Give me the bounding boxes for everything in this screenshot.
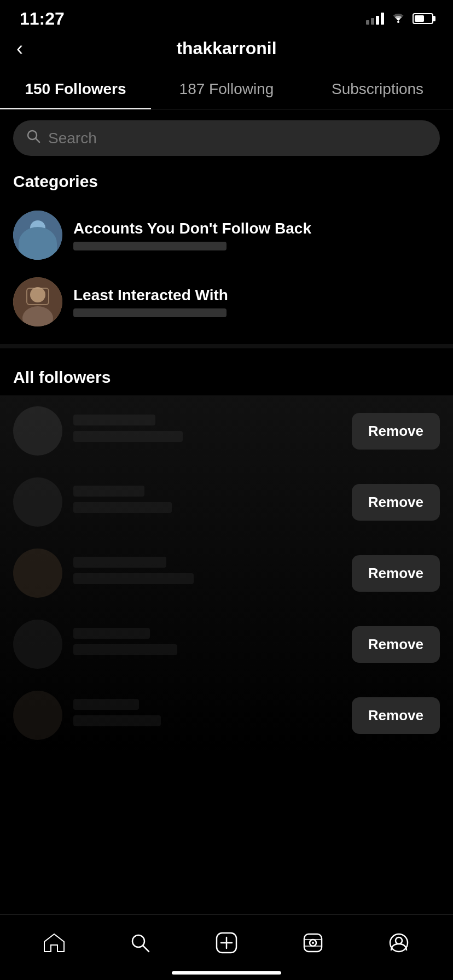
follower-name-bar-4 (73, 628, 150, 639)
follower-item-2: Remove (0, 466, 453, 538)
svg-point-5 (22, 240, 53, 260)
nav-profile[interactable] (356, 933, 442, 953)
all-followers-section: All followers Remove Remove (0, 357, 453, 751)
category-sub-1 (73, 242, 226, 250)
category-name-2: Least Interacted With (73, 287, 440, 304)
follower-info-3 (73, 557, 341, 590)
follower-sub-bar-5 (73, 715, 161, 726)
categories-section: Categories Accounts You Don't Follow Bac… (0, 167, 453, 335)
category-name-1: Accounts You Don't Follow Back (73, 220, 440, 237)
follower-info-5 (73, 699, 341, 732)
page-title: thakkarronil (176, 38, 276, 59)
search-container (0, 109, 453, 167)
follower-info-4 (73, 628, 341, 661)
remove-button-2[interactable]: Remove (352, 484, 440, 521)
follower-item-1: Remove (0, 395, 453, 466)
category-info-1: Accounts You Don't Follow Back (73, 220, 440, 250)
tabs-bar: 150 Followers 187 Following Subscription… (0, 69, 453, 109)
tab-followers[interactable]: 150 Followers (0, 69, 151, 109)
nav-home[interactable] (11, 933, 97, 953)
back-button[interactable]: ‹ (16, 37, 23, 60)
nav-create[interactable] (183, 932, 270, 954)
nav-search[interactable] (97, 933, 184, 953)
search-nav-icon (130, 933, 150, 953)
svg-point-17 (312, 942, 314, 944)
follower-sub-bar-4 (73, 644, 177, 655)
battery-icon (413, 13, 433, 24)
category-sub-2 (73, 308, 226, 317)
blurred-followers: Remove Remove Remove (0, 395, 453, 751)
follower-sub-bar-1 (73, 431, 183, 442)
tab-following[interactable]: 187 Following (151, 69, 302, 109)
follower-avatar-4 (13, 620, 62, 669)
follower-name-bar-1 (73, 415, 155, 425)
search-bar[interactable] (13, 120, 440, 156)
svg-point-4 (30, 220, 45, 236)
status-time: 11:27 (20, 9, 65, 29)
reels-icon (303, 933, 323, 953)
follower-item-4: Remove (0, 609, 453, 680)
follower-avatar-5 (13, 691, 62, 740)
nav-reels[interactable] (270, 933, 356, 953)
follower-name-bar-5 (73, 699, 139, 710)
follower-avatar-1 (13, 406, 62, 456)
search-input[interactable] (48, 130, 427, 147)
categories-title: Categories (0, 167, 453, 202)
svg-line-11 (143, 946, 149, 952)
status-bar: 11:27 (0, 0, 453, 33)
category-avatar-2 (13, 277, 62, 326)
follower-avatar-3 (13, 549, 62, 598)
follower-item-3: Remove (0, 538, 453, 609)
remove-button-4[interactable]: Remove (352, 626, 440, 663)
follower-info-2 (73, 486, 341, 518)
follower-info-1 (73, 415, 341, 447)
page-header: ‹ thakkarronil (0, 33, 453, 69)
follower-name-bar-3 (73, 557, 166, 568)
svg-point-0 (397, 21, 399, 23)
follower-list: Remove Remove Remove (0, 395, 453, 751)
category-least-interacted[interactable]: Least Interacted With (0, 269, 453, 335)
svg-point-21 (396, 937, 402, 944)
tab-subscriptions[interactable]: Subscriptions (302, 69, 453, 109)
follower-avatar-2 (13, 477, 62, 527)
home-icon (43, 933, 65, 953)
follower-sub-bar-3 (73, 573, 194, 584)
category-dont-follow-back[interactable]: Accounts You Don't Follow Back (0, 202, 453, 269)
svg-line-2 (36, 138, 39, 142)
home-indicator (172, 971, 281, 975)
svg-point-7 (30, 287, 45, 302)
svg-point-3 (13, 211, 62, 260)
all-followers-title: All followers (0, 357, 453, 395)
create-icon (216, 932, 237, 954)
category-info-2: Least Interacted With (73, 287, 440, 317)
remove-button-1[interactable]: Remove (352, 413, 440, 450)
search-icon (26, 129, 40, 147)
remove-button-5[interactable]: Remove (352, 697, 440, 734)
follower-sub-bar-2 (73, 502, 172, 513)
section-divider (0, 344, 453, 348)
category-avatar-1 (13, 211, 62, 260)
status-icons (366, 11, 433, 26)
follower-item-5: Remove (0, 680, 453, 751)
signal-icon (366, 13, 384, 25)
wifi-icon (391, 11, 406, 26)
follower-name-bar-2 (73, 486, 144, 497)
bottom-nav (0, 914, 453, 980)
profile-icon (389, 933, 409, 953)
remove-button-3[interactable]: Remove (352, 555, 440, 592)
